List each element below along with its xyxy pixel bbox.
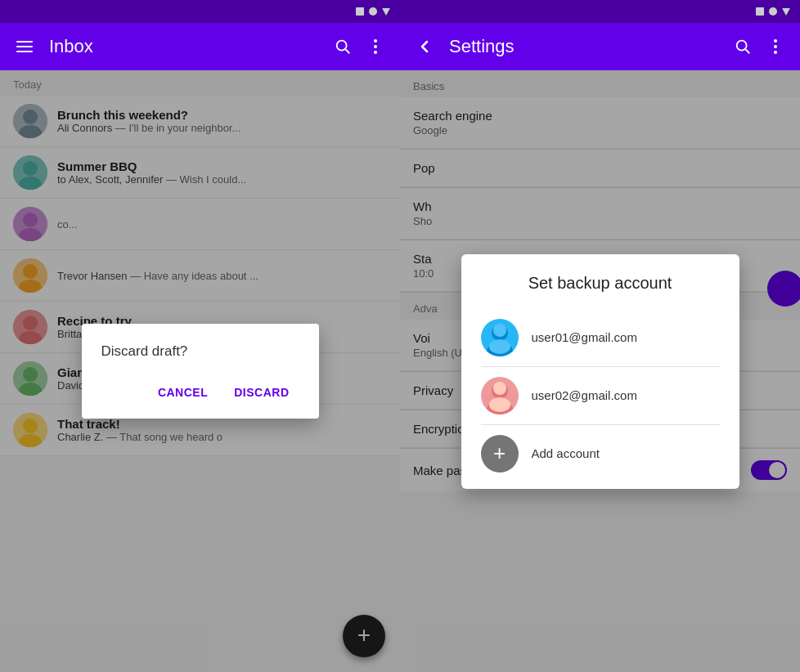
status-icon-circle [769,7,777,16]
svg-line-1 [345,49,349,53]
settings-title: Settings [446,36,721,57]
svg-point-29 [489,339,510,354]
status-bar-right [400,0,800,23]
search-icon[interactable] [731,35,754,58]
status-icon-triangle [382,8,390,16]
status-icon-square [756,7,764,16]
account-email-2: user02@gmail.com [532,388,637,402]
status-icon-circle [369,7,377,16]
backup-dialog: Set backup account user01@gmail.c [461,254,739,489]
account-avatar-2 [481,377,519,414]
add-account-label: Add account [532,446,600,460]
discard-dialog: Discard draft? CANCEL DISCARD [82,324,319,419]
more-options-icon[interactable] [364,35,387,58]
dialog-actions: CANCEL DISCARD [101,379,299,405]
settings-content: Basics Search engine Google Pop Wh Sho S… [400,70,800,672]
add-account-circle: + [481,435,519,473]
menu-icon[interactable] [13,35,36,58]
svg-point-33 [493,382,506,395]
status-bar-left [0,0,400,23]
account-email-1: user01@gmail.com [532,330,637,344]
inbox-app-bar: Inbox [0,23,400,70]
inbox-content: Today Brunch this weekend? Ali Connors —… [0,70,400,672]
backup-dialog-overlay: Set backup account user01@gmail.c [400,70,800,672]
add-account-plus-icon: + [493,442,506,464]
account-item-2[interactable]: user02@gmail.com [461,367,739,424]
status-icon-square [356,7,364,16]
settings-panel: Settings Basics Search engine Google Pop… [400,0,800,672]
back-icon[interactable] [413,35,436,58]
inbox-title: Inbox [46,36,321,57]
add-account-item[interactable]: + Add account [461,425,739,482]
svg-point-23 [737,41,747,51]
dialog-title: Discard draft? [101,343,299,360]
account-avatar-1 [481,319,519,356]
account-item-1[interactable]: user01@gmail.com [461,309,739,366]
svg-point-34 [489,397,510,412]
svg-line-24 [745,49,749,53]
settings-app-bar: Settings [400,23,800,70]
svg-point-0 [337,41,347,51]
svg-point-28 [493,324,506,337]
backup-dialog-title: Set backup account [461,274,739,293]
search-icon[interactable] [331,35,354,58]
discard-button[interactable]: DISCARD [224,379,299,405]
inbox-panel: Inbox Today Brunch this weekend? Ali Con… [0,0,400,672]
more-options-icon[interactable] [764,35,787,58]
discard-dialog-overlay: Discard draft? CANCEL DISCARD [0,70,400,672]
status-icon-triangle [782,8,790,16]
cancel-button[interactable]: CANCEL [148,379,218,405]
